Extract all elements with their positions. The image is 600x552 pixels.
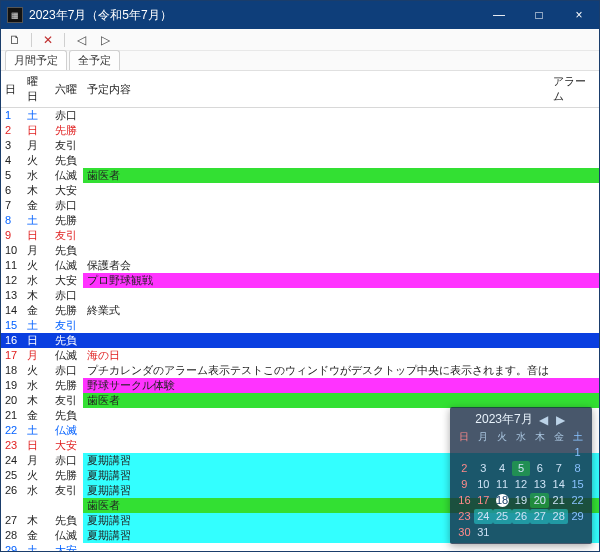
mini-day-cell[interactable]: 3 [474, 461, 493, 476]
table-row[interactable]: 20木友引歯医者 [1, 393, 599, 408]
mini-day-cell[interactable]: 21 [549, 493, 568, 508]
cell-alarm [549, 333, 599, 348]
cell-day: 24 [1, 453, 23, 468]
mini-day-cell[interactable]: 28 [549, 509, 568, 524]
col-alarm[interactable]: アラーム [549, 71, 599, 108]
table-row[interactable]: 15土友引 [1, 318, 599, 333]
titlebar[interactable]: ▦ 2023年7月（令和5年7月） — □ × [1, 1, 599, 29]
cell-day: 16 [1, 333, 23, 348]
mini-day-cell[interactable]: 5 [512, 461, 531, 476]
cell-weekday: 火 [23, 258, 51, 273]
maximize-button[interactable]: □ [519, 1, 559, 29]
mini-day-cell[interactable]: 17 [474, 493, 493, 508]
cell-day: 20 [1, 393, 23, 408]
cell-day: 28 [1, 528, 23, 543]
minimize-button[interactable]: — [479, 1, 519, 29]
mini-day-cell[interactable]: 23 [455, 509, 474, 524]
next-month-icon[interactable]: ▷ [97, 32, 113, 48]
cell-day: 25 [1, 468, 23, 483]
mini-day-cell[interactable]: 9 [455, 477, 474, 492]
mini-day-cell[interactable]: 11 [493, 477, 512, 492]
tab-monthly[interactable]: 月間予定 [5, 50, 67, 70]
cell-day: 22 [1, 423, 23, 438]
table-row[interactable]: 7金赤口 [1, 198, 599, 213]
cell-weekday: 土 [23, 543, 51, 551]
cell-day: 12 [1, 273, 23, 288]
mini-calendar[interactable]: ◀ 2023年7月 ▶ 日月火水木金土123456789101112131415… [450, 407, 592, 544]
table-row[interactable]: 3月友引 [1, 138, 599, 153]
col-day[interactable]: 日 [1, 71, 23, 108]
separator [64, 33, 65, 47]
table-row[interactable]: 8土先勝 [1, 213, 599, 228]
cell-rokuyou: 赤口 [51, 288, 83, 303]
mini-day-cell[interactable]: 24 [474, 509, 493, 524]
mini-day-cell[interactable]: 14 [549, 477, 568, 492]
mini-day-cell[interactable]: 2 [455, 461, 474, 476]
mini-day-cell[interactable]: 15 [568, 477, 587, 492]
close-button[interactable]: × [559, 1, 599, 29]
table-row[interactable]: 11火仏滅保護者会 [1, 258, 599, 273]
table-row[interactable]: 13木赤口 [1, 288, 599, 303]
table-row[interactable]: 5水仏滅歯医者 [1, 168, 599, 183]
mini-day-cell[interactable]: 22 [568, 493, 587, 508]
mini-day-cell [549, 445, 568, 460]
new-document-icon[interactable]: 🗋 [7, 32, 23, 48]
delete-icon[interactable]: ✕ [40, 32, 56, 48]
col-content[interactable]: 予定内容 [83, 71, 549, 108]
table-row[interactable]: 19水先勝野球サークル体験 [1, 378, 599, 393]
mini-day-cell[interactable]: 18 [493, 493, 512, 508]
table-row[interactable]: 10月先負 [1, 243, 599, 258]
mini-day-cell[interactable]: 13 [530, 477, 549, 492]
mini-day-cell[interactable]: 19 [512, 493, 531, 508]
cell-content: プロ野球観戦 [83, 273, 549, 288]
table-row[interactable]: 14金先勝終業式 [1, 303, 599, 318]
cell-content: 野球サークル体験 [83, 378, 549, 393]
table-row[interactable]: 2日先勝 [1, 123, 599, 138]
table-row[interactable]: 9日友引 [1, 228, 599, 243]
mini-prev-icon[interactable]: ◀ [537, 413, 550, 427]
cell-day: 11 [1, 258, 23, 273]
cell-content: 海の日 [83, 348, 549, 363]
cell-day: 9 [1, 228, 23, 243]
mini-day-cell[interactable]: 20 [530, 493, 549, 508]
mini-day-cell [530, 525, 549, 540]
mini-dow: 水 [512, 430, 531, 444]
mini-day-cell[interactable]: 8 [568, 461, 587, 476]
mini-day-cell[interactable]: 1 [568, 445, 587, 460]
mini-day-cell[interactable]: 12 [512, 477, 531, 492]
col-weekday[interactable]: 曜日 [23, 71, 51, 108]
mini-next-icon[interactable]: ▶ [554, 413, 567, 427]
cell-day: 21 [1, 408, 23, 423]
mini-day-cell[interactable]: 25 [493, 509, 512, 524]
table-row[interactable]: 6木大安 [1, 183, 599, 198]
table-row[interactable]: 12水大安プロ野球観戦 [1, 273, 599, 288]
mini-day-cell[interactable]: 4 [493, 461, 512, 476]
cell-weekday: 日 [23, 123, 51, 138]
mini-day-cell[interactable]: 27 [530, 509, 549, 524]
mini-day-cell[interactable]: 7 [549, 461, 568, 476]
table-row[interactable]: 29土大安 [1, 543, 599, 551]
prev-month-icon[interactable]: ◁ [73, 32, 89, 48]
mini-day-cell[interactable]: 10 [474, 477, 493, 492]
mini-day-cell[interactable]: 16 [455, 493, 474, 508]
mini-day-cell[interactable]: 6 [530, 461, 549, 476]
mini-day-cell[interactable]: 29 [568, 509, 587, 524]
table-row[interactable]: 18火赤口プチカレンダのアラーム表示テストこのウィンドウがデスクトップ中央に表示… [1, 363, 599, 378]
cell-content [83, 153, 549, 168]
tab-all[interactable]: 全予定 [69, 50, 120, 70]
cell-alarm [549, 543, 599, 551]
table-row[interactable]: 16日先負 [1, 333, 599, 348]
mini-day-cell[interactable]: 31 [474, 525, 493, 540]
cell-rokuyou: 先負 [51, 153, 83, 168]
table-row[interactable]: 4火先負 [1, 153, 599, 168]
cell-rokuyou: 仏滅 [51, 528, 83, 543]
cell-rokuyou: 先負 [51, 513, 83, 528]
cell-content: 歯医者 [83, 168, 549, 183]
mini-day-cell[interactable]: 30 [455, 525, 474, 540]
table-row[interactable]: 17月仏滅海の日 [1, 348, 599, 363]
cell-day: 14 [1, 303, 23, 318]
cell-content [83, 333, 549, 348]
mini-day-cell[interactable]: 26 [512, 509, 531, 524]
col-rokuyou[interactable]: 六曜 [51, 71, 83, 108]
table-row[interactable]: 1土赤口 [1, 108, 599, 124]
